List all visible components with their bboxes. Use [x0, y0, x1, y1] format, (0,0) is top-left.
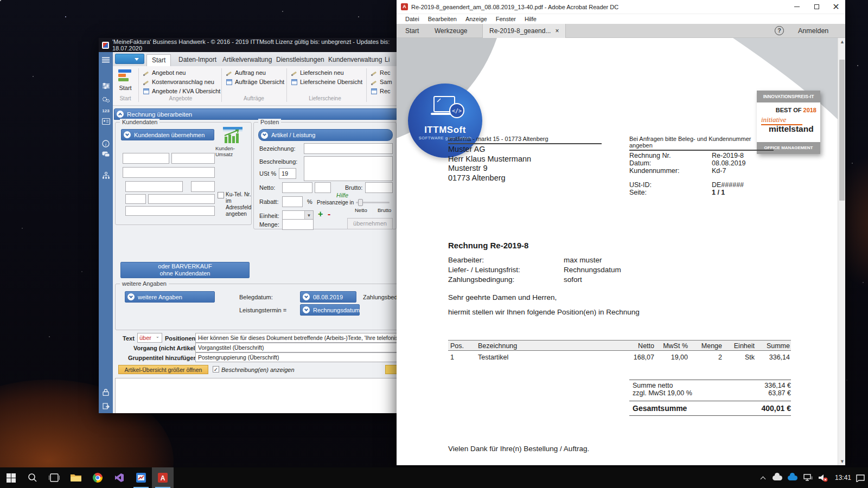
anmelden-button[interactable]: Anmelden: [792, 24, 835, 38]
acrobat-tab-werkzeuge[interactable]: Werkzeuge: [428, 24, 474, 38]
netto-input-2[interactable]: [315, 182, 331, 193]
tab-kundenverwaltung[interactable]: Kundenverwaltung: [323, 54, 387, 66]
menge-input[interactable]: [282, 219, 314, 230]
scroll-up-icon[interactable]: ▲: [840, 40, 844, 44]
belegdatum-button[interactable]: 08.08.2019: [300, 291, 356, 303]
info-icon[interactable]: i: [99, 140, 113, 150]
positions-list[interactable]: [115, 378, 401, 413]
tab-start[interactable]: Start: [146, 54, 171, 66]
ribbon-cut-item-2[interactable]: Sam: [371, 79, 392, 85]
ribbon-angebot-neu[interactable]: Angebot neu: [143, 69, 186, 76]
tab-dienstleistungen[interactable]: Dienstleistungen: [271, 54, 329, 66]
chat-icon[interactable]: [99, 151, 113, 160]
kunde-field-7[interactable]: [148, 194, 215, 204]
menu-hilfe[interactable]: Hilfe: [520, 16, 541, 22]
rechnung-ueberarbeiten-header[interactable]: Rechnung überarbeiten: [114, 108, 401, 120]
kunde-field-4[interactable]: [125, 181, 183, 192]
ribbon-lieferscheine-uebersicht[interactable]: Lieferscheine Übersicht: [291, 79, 362, 85]
start-button[interactable]: [0, 467, 22, 488]
kunde-field-1[interactable]: [123, 153, 169, 164]
preisanzeige-slider[interactable]: [356, 202, 390, 203]
weitere-angaben-button[interactable]: weitere Angaben: [125, 291, 215, 303]
scrollbar-thumb[interactable]: [839, 60, 845, 201]
scroll-down-icon[interactable]: ▼: [840, 459, 844, 464]
artikel-uebersicht-button[interactable]: Artikel-Übersicht größer öffnen: [118, 365, 208, 374]
scrollbar[interactable]: ▲ ▼: [838, 38, 845, 465]
acrobat-tab-start[interactable]: Start: [399, 24, 425, 38]
barverkauf-button[interactable]: oder BARVERKAUF ohne Kundendaten: [120, 262, 250, 278]
minimize-button[interactable]: [788, 0, 806, 14]
menu-datei[interactable]: Datei: [401, 16, 424, 22]
kunden-umsatz-icon[interactable]: [222, 127, 244, 146]
brutto-input[interactable]: [365, 182, 393, 193]
tab-artikelverwaltung[interactable]: Artikelverwaltung: [218, 54, 277, 66]
lock-icon[interactable]: [99, 388, 113, 398]
ribbon-auftraege-uebersicht[interactable]: Aufträge Übersicht: [226, 79, 284, 85]
onedrive-icon[interactable]: [786, 467, 800, 488]
kunde-field-3[interactable]: [123, 167, 215, 178]
ribbon-lieferschein-neu[interactable]: Lieferschein neu: [291, 69, 344, 76]
tab-close-icon[interactable]: ×: [555, 27, 559, 35]
netto-input[interactable]: [282, 182, 312, 193]
beschreibung-input[interactable]: [304, 156, 393, 181]
search-icon[interactable]: [22, 467, 43, 488]
ribbon-cut-item-1[interactable]: Rec: [371, 69, 391, 76]
bezeichnung-input[interactable]: [304, 143, 393, 154]
tray-chevron-icon[interactable]: [757, 467, 768, 488]
kunde-field-8[interactable]: [125, 206, 215, 216]
menu-bearbeiten[interactable]: Bearbeiten: [424, 16, 461, 22]
tab-cut[interactable]: Li: [380, 54, 394, 66]
menu-fenster[interactable]: Fenster: [492, 16, 520, 22]
vorgang-input[interactable]: [195, 343, 401, 352]
kutel-checkbox[interactable]: [218, 192, 224, 198]
close-button[interactable]: ✕: [827, 0, 845, 14]
ribbon-auftrag-neu[interactable]: Auftrag neu: [226, 69, 266, 76]
chrome-icon[interactable]: [87, 467, 108, 488]
svg-text:A: A: [161, 474, 165, 482]
artikel-leistung-button[interactable]: Artikel / Leistung: [258, 129, 393, 141]
tab-daten-import[interactable]: Daten-Import: [174, 54, 221, 66]
task-view-icon[interactable]: [43, 467, 65, 488]
beschreibung-anzeigen-checkbox[interactable]: ✓: [213, 366, 219, 373]
help-icon[interactable]: ?: [775, 26, 784, 35]
hilfe-link[interactable]: Hilfe: [336, 192, 348, 198]
onedrive-personal-icon[interactable]: [770, 467, 784, 488]
meinefaktura-taskbar-icon[interactable]: [130, 467, 152, 488]
add-position-button[interactable]: +: [318, 209, 323, 219]
ribbon-start-button[interactable]: Start: [116, 69, 135, 94]
network-icon[interactable]: [801, 467, 815, 488]
ribbon-cut-item-3[interactable]: Rec: [371, 88, 391, 94]
positionen-input[interactable]: [195, 333, 401, 343]
volume-muted-icon[interactable]: [816, 467, 830, 488]
numbers-123-icon[interactable]: 123: [99, 108, 113, 114]
export-doc-icon[interactable]: [99, 402, 113, 412]
gears-icon[interactable]: [99, 95, 113, 105]
sliders-icon[interactable]: [99, 81, 113, 91]
kunde-field-2[interactable]: [171, 153, 215, 164]
remove-position-button[interactable]: -: [328, 209, 330, 219]
hamburger-icon[interactable]: [99, 55, 113, 65]
action-center-icon[interactable]: [854, 467, 867, 488]
kundendaten-uebernehmen-button[interactable]: Kundendaten übernehmen: [121, 129, 214, 140]
menu-anzeige[interactable]: Anzeige: [461, 16, 492, 22]
meinefaktura-titlebar[interactable]: 'MeineFaktura' Business Handwerk - © 201…: [99, 38, 403, 52]
acrobat-taskbar-icon[interactable]: A: [152, 467, 174, 488]
leistungstermin-button[interactable]: Rechnungsdatum: [300, 304, 360, 316]
clock[interactable]: 13:41: [833, 467, 853, 488]
sitemap-icon[interactable]: [99, 171, 113, 181]
uebernehmen-button[interactable]: übernehmen: [347, 218, 393, 229]
ribbon-angebote-uebersicht[interactable]: Angebote / KVA Übersicht: [143, 88, 220, 94]
kunde-field-6[interactable]: [125, 194, 146, 204]
file-menu-button[interactable]: [115, 54, 144, 64]
ribbon-kostenvoranschlag-neu[interactable]: Kostenvoranschlag neu: [143, 79, 214, 85]
file-explorer-icon[interactable]: [65, 467, 87, 488]
acrobat-titlebar[interactable]: A Re-2019-8_geaendert_am_08.08.2019_13-4…: [397, 0, 845, 14]
rabatt-input[interactable]: [282, 196, 303, 207]
maximize-button[interactable]: [807, 0, 826, 14]
id-card-icon[interactable]: [99, 117, 113, 127]
ust-input[interactable]: [279, 168, 296, 179]
visual-studio-icon[interactable]: [108, 467, 130, 488]
kunde-field-5[interactable]: [191, 181, 215, 192]
acrobat-tab-document[interactable]: Re-2019-8_geaend... ×: [482, 24, 566, 38]
gruppentitel-input[interactable]: [195, 352, 401, 362]
